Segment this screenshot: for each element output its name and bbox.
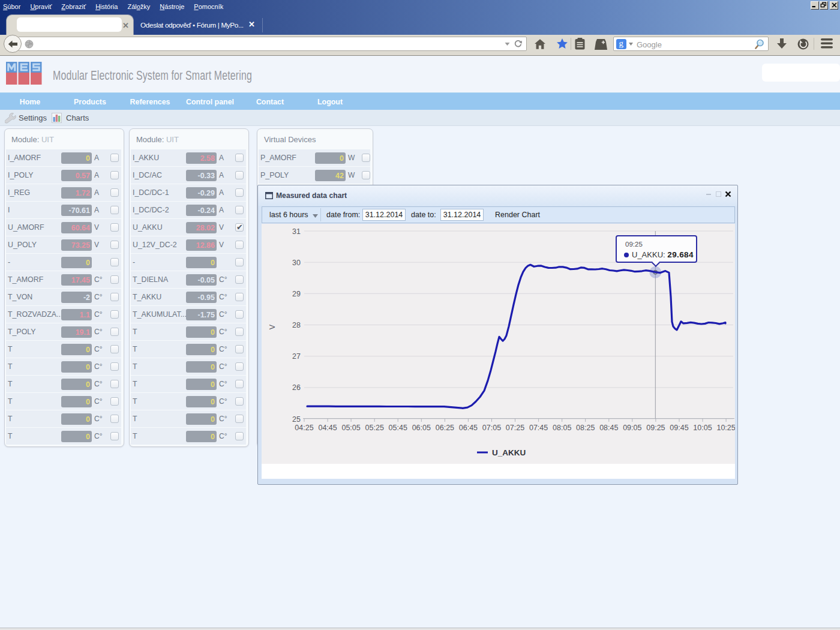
svg-text:31: 31 [292, 227, 301, 236]
svg-text:09:25: 09:25 [646, 424, 665, 432]
svg-text:04:25: 04:25 [295, 424, 313, 432]
svg-text:V: V [268, 324, 277, 329]
svg-text:28: 28 [292, 321, 301, 329]
svg-text:07:05: 07:05 [482, 424, 501, 432]
svg-text:10:05: 10:05 [693, 424, 712, 432]
svg-text:08:05: 08:05 [553, 424, 571, 432]
svg-text:06:45: 06:45 [459, 424, 478, 432]
svg-text:08:45: 08:45 [599, 424, 618, 432]
svg-text:10:25: 10:25 [716, 424, 735, 432]
svg-text:25: 25 [292, 415, 301, 424]
svg-text:07:25: 07:25 [506, 424, 524, 432]
svg-text:29: 29 [292, 290, 301, 298]
svg-text:04:45: 04:45 [318, 424, 337, 432]
svg-text:09:45: 09:45 [670, 424, 688, 432]
svg-text:08:25: 08:25 [576, 424, 595, 432]
svg-text:05:25: 05:25 [365, 424, 384, 432]
svg-text:U_AKKU: U_AKKU [492, 448, 526, 457]
svg-text:06:05: 06:05 [412, 424, 431, 432]
svg-text:26: 26 [292, 383, 301, 392]
svg-text:27: 27 [292, 352, 301, 361]
svg-text:06:25: 06:25 [436, 424, 454, 432]
svg-text:05:05: 05:05 [341, 424, 360, 432]
svg-text:30: 30 [292, 259, 301, 267]
svg-text:05:45: 05:45 [389, 424, 407, 432]
svg-text:09:05: 09:05 [623, 424, 641, 432]
svg-text:07:45: 07:45 [529, 424, 548, 432]
